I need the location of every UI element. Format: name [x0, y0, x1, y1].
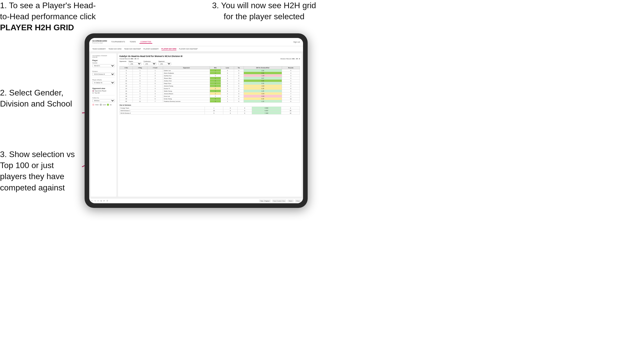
- table-row: 15 8 5 Stella Cheng 1 0 0 1.25 4: [120, 90, 300, 92]
- table-row: 11 2 5 Heejo Hyun 1 0 0 3.33 3: [120, 82, 300, 85]
- table-row: 19 4 6 Emily Chang 4 1 0 0.30 11: [120, 98, 300, 100]
- conference-select[interactable]: (All): [144, 62, 156, 65]
- divider-3: [92, 86, 115, 86]
- col-win: Win: [210, 66, 221, 69]
- player-section-label: Player: [92, 60, 115, 61]
- instruction-top-left: 1. To see a Player's Head-to-Head perfor…: [0, 0, 97, 33]
- opponent-option-played[interactable]: Opponents Played: [92, 90, 115, 92]
- sign-out[interactable]: Sign out: [293, 41, 300, 43]
- filter-opponent: Opponent (All): [158, 61, 171, 65]
- col-reg: # Reg: [133, 66, 147, 69]
- table-row: 6 3 3 Sydney Kuo 0 1 0 -1.00 3: [120, 74, 300, 77]
- table-row: 18 2 2 Euna Lee 0 1 0 -5.00 2: [120, 95, 300, 98]
- left-panel: Last Updated: 27/03/2024 16:55:38 Player…: [91, 53, 116, 197]
- bottom-toolbar: ↩ ↪ ↩ ⧉ ⟳ ⏱ View: Original Save Custom V…: [89, 198, 303, 203]
- division-label: Division: [92, 71, 115, 72]
- tablet-frame: SCOREBOARD Powered by clippd TOURNAMENTS…: [85, 33, 308, 208]
- grid-records: Overall Record: 353 - 34 - 6 Division Re…: [119, 58, 300, 60]
- table-row: 16 1 3 Jessica Mason 1 2 0 -0.94 7: [120, 92, 300, 95]
- region-select[interactable]: (All): [129, 62, 142, 65]
- watch-btn[interactable]: Watch: [288, 200, 294, 202]
- table-row: 10 6 3 Andrea York 2 0 0 4.00 4: [120, 80, 300, 82]
- last-updated: Last Updated: 27/03/2024 16:55:38: [92, 55, 115, 58]
- table-row: 9 1 4 Sharon Mun 1 0 0 3.67 3: [120, 77, 300, 80]
- out-of-division-row: NCAA Division 2 5 0 0 7.400 10: [120, 112, 300, 114]
- opponent-view-label: Opponent view: [92, 88, 115, 89]
- subnav-player-h2h-heatmap[interactable]: PLAYER H2H HEATMAP: [179, 47, 198, 50]
- filter-row: Opponents: Region (All) Conference (All): [119, 61, 300, 65]
- subnav-team-h2h-grid[interactable]: TEAM H2H GRID: [108, 47, 122, 50]
- subnav-player-h2h-grid[interactable]: PLAYER H2H GRID: [162, 47, 177, 51]
- colour-by-select[interactable]: Win/loss: [92, 99, 115, 102]
- col-conf: # Conf: [147, 66, 163, 69]
- tablet-screen: SCOREBOARD Powered by clippd TOURNAMENTS…: [89, 38, 303, 203]
- col-div: # Div: [120, 66, 133, 69]
- grid-title: Katelyn Vo Head-to-Head Grid for Women's…: [119, 55, 300, 57]
- opponent-view-options: Opponents Played Top 100: [92, 90, 115, 94]
- view-original-btn[interactable]: View: Original: [259, 200, 271, 202]
- col-opponent: Opponent: [163, 66, 210, 69]
- share-btn[interactable]: Share: [295, 200, 301, 202]
- clock-icon[interactable]: ⏱: [106, 200, 108, 202]
- colour-up: [107, 104, 109, 106]
- gender-label: Gender: [92, 62, 115, 64]
- col-tie: Tie: [234, 66, 244, 69]
- colour-by-label: Colour by: [92, 97, 115, 99]
- filter-region: Region (All): [129, 61, 142, 65]
- table-row: 13 1 1 Jessica Huang 1 0 0 -3.00 2: [120, 85, 300, 87]
- opponent-select[interactable]: (All): [158, 62, 171, 65]
- radio-top100: [92, 92, 94, 94]
- subnav-team-h2h-heatmap[interactable]: TEAM H2H HEATMAP: [124, 47, 141, 50]
- instruction-top-right: 3. You will now see H2H grid for the pla…: [200, 0, 328, 22]
- out-of-division-header: Out of division: [119, 104, 300, 106]
- nav-tournaments[interactable]: TOURNAMENTS: [110, 40, 126, 44]
- radio-played: [92, 90, 94, 92]
- colour-down: [92, 104, 94, 106]
- out-of-division-table: Foreign Team 1 0 0 4.500 2 NAIA Division…: [119, 107, 300, 114]
- filter-conference: Conference (All): [144, 61, 156, 65]
- col-rounds: Rounds: [282, 66, 300, 69]
- subnav-team-summary[interactable]: TEAM SUMMARY: [92, 47, 106, 50]
- nav-teams[interactable]: TEAMS: [129, 40, 137, 44]
- divider-1: [92, 69, 115, 69]
- table-row: 20 11 7 Federica Domecq Lacroze 2 1 0 1.…: [120, 100, 300, 103]
- out-of-division-row: Foreign Team 1 0 0 4.500 2: [120, 107, 300, 109]
- subnav-player-summary[interactable]: PLAYER SUMMARY: [144, 47, 159, 50]
- table-row: 14 7 4 Eunice Yi 2 2 0 0.38 9: [120, 87, 300, 90]
- refresh-icon[interactable]: ⟳: [103, 200, 105, 202]
- col-diff: Diff Av Strokes/Rnd: [244, 66, 282, 69]
- grid-panel: Katelyn Vo Head-to-Head Grid for Women's…: [118, 53, 301, 197]
- out-of-division-row: NAIA Division 1 15 0 0 9.267 30: [120, 109, 300, 112]
- colour-level: [100, 104, 102, 106]
- divider-2: [92, 77, 115, 78]
- player-rank-select[interactable]: 8. Katelyn Vo: [92, 81, 115, 84]
- sub-navbar: TEAM SUMMARY TEAM H2H GRID TEAM H2H HEAT…: [89, 46, 303, 52]
- gender-select[interactable]: Women's: [92, 64, 115, 67]
- instruction-mid-left: 2. Select Gender, Division and School: [0, 87, 82, 109]
- division-select[interactable]: NCAA Division III: [92, 73, 115, 76]
- divider-4: [92, 95, 115, 95]
- undo-icon[interactable]: ↩: [91, 200, 93, 202]
- instruction-bottom-left: 3. Show selection vs Top 100 or just pla…: [0, 149, 82, 193]
- main-content: Last Updated: 27/03/2024 16:55:38 Player…: [89, 52, 303, 198]
- save-custom-view-btn[interactable]: Save Custom View: [272, 200, 286, 202]
- undo2-icon[interactable]: ↩: [97, 200, 99, 202]
- table-row: 5 2 2 Alexis Sudjianto 1 0 0 4.00 3: [120, 72, 300, 74]
- redo-icon[interactable]: ↪: [94, 200, 96, 202]
- col-loss: Loss: [221, 66, 234, 69]
- player-rank-label: Player (Rank): [92, 79, 115, 81]
- nav-committee[interactable]: COMMITTEE: [139, 40, 152, 44]
- table-row: 3 1 1 Esther Lee 1 0 0 1.50 4: [120, 69, 300, 72]
- app-navbar: SCOREBOARD Powered by clippd TOURNAMENTS…: [89, 38, 303, 46]
- copy-icon[interactable]: ⧉: [100, 200, 102, 202]
- nav-items: TOURNAMENTS TEAMS COMMITTEE: [110, 40, 294, 44]
- filter-opponents: Opponents:: [119, 61, 127, 65]
- app-logo: SCOREBOARD Powered by clippd: [92, 40, 107, 44]
- h2h-table: # Div # Reg # Conf Opponent Win Loss Tie…: [119, 66, 300, 103]
- opponent-option-top100[interactable]: Top 100: [92, 92, 115, 94]
- colour-legend: Down Level Up: [92, 104, 115, 106]
